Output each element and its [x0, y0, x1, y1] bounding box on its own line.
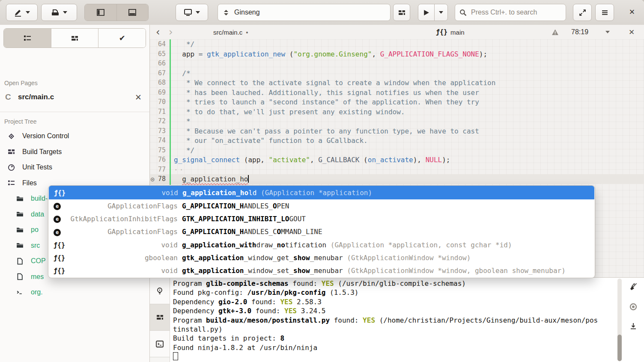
tab-build[interactable]	[51, 29, 98, 47]
tab-build-output[interactable]	[150, 304, 170, 331]
line-number[interactable]: 65	[150, 50, 168, 60]
scrollbar[interactable]	[617, 279, 622, 361]
tree-item-org-[interactable]: org.	[0, 285, 149, 300]
tab-project-tree[interactable]	[4, 29, 51, 47]
line-number[interactable]: 70	[150, 98, 168, 108]
tree-item-build-targets[interactable]: Build Targets	[0, 144, 149, 160]
line-number-gutter[interactable]: 6465666768697071727374757677◎78	[150, 40, 168, 185]
line-number[interactable]: 76	[150, 156, 168, 166]
close-page-icon[interactable]: ✕	[135, 92, 142, 102]
panel-left-icon	[96, 8, 105, 17]
code-lines: */ app = gtk_application_new ("org.gnome…	[174, 40, 644, 185]
completion-row[interactable]: ƒ{}gbooleangtk_application_window_get_sh…	[48, 251, 595, 264]
build-log[interactable]: Program glib-compile-schemas found: YES …	[173, 279, 614, 362]
line-number[interactable]: ◎78	[150, 175, 168, 185]
line-number[interactable]: 71	[150, 108, 168, 118]
warning-icon	[552, 29, 559, 36]
tree-item-label: src	[31, 242, 40, 249]
function-icon: ƒ{}	[54, 241, 65, 249]
code-line-73: * Because we can't pass a pointer to any…	[174, 127, 644, 137]
open-page-row[interactable]: C src/main.c ✕	[0, 89, 149, 105]
line-number[interactable]: 66	[150, 59, 168, 69]
code-line-78: g_application_ho	[174, 175, 644, 185]
chevron-down-icon	[63, 11, 67, 14]
function-icon: ƒ{}	[436, 28, 447, 36]
text-cursor	[248, 175, 249, 183]
headerbar: Ginseng ×	[0, 0, 644, 25]
editor-options-button[interactable]	[605, 25, 610, 39]
record-log-button[interactable]	[629, 303, 638, 311]
line-number[interactable]: 74	[150, 136, 168, 146]
tab-terminal[interactable]	[150, 331, 170, 357]
device-button[interactable]	[176, 4, 208, 21]
menu-button[interactable]	[595, 4, 614, 21]
line-number[interactable]: 69	[150, 89, 168, 98]
completion-row[interactable]: eGApplicationFlagsG_APPLICATION_HANDLES_…	[48, 226, 595, 238]
display-icon	[184, 8, 192, 17]
bottom-panel-tabs	[150, 278, 170, 362]
tab-todo[interactable]: ✔	[98, 29, 146, 47]
tree-item-label: Build Targets	[22, 148, 62, 156]
line-number[interactable]: 64	[150, 40, 168, 50]
clear-log-button[interactable]	[629, 283, 638, 291]
fullscreen-button[interactable]	[573, 4, 592, 21]
code-line-75: */	[174, 146, 644, 156]
breakpoint-icon[interactable]: ◎	[151, 175, 154, 182]
run-button[interactable]	[418, 4, 434, 21]
symbol-name: main	[450, 29, 465, 36]
symbol-indicator[interactable]: ƒ{} main	[436, 25, 465, 39]
deploy-button[interactable]	[41, 4, 77, 21]
completion-row[interactable]: eGApplicationFlagsG_APPLICATION_HANDLES_…	[48, 199, 595, 212]
list-icon	[23, 34, 32, 42]
tree-item-label: po	[31, 226, 39, 234]
code-line-72: *	[174, 117, 644, 127]
diagnostics-warning[interactable]	[552, 25, 559, 39]
line-number[interactable]: 73	[150, 127, 168, 137]
tree-item-label: mes	[31, 273, 44, 281]
sidebar-tab-switcher: ✔	[3, 28, 146, 48]
completion-row[interactable]: ƒ{}voidgtk_application_window_set_show_m…	[48, 264, 595, 277]
gnome-builder-window: Ginseng ×	[0, 0, 644, 362]
save-log-button[interactable]	[629, 322, 638, 331]
expand-icon	[579, 9, 586, 16]
completion-name: g_application_hold (GApplication *applic…	[182, 189, 372, 197]
completion-row[interactable]: ƒ{}voidg_application_hold (GApplication …	[49, 186, 594, 199]
code-line-74: * our "on_activate" function to a GCallb…	[174, 136, 644, 146]
close-editor-button[interactable]: ✕	[629, 25, 635, 39]
omnibar[interactable]: Ginseng	[218, 4, 391, 21]
edit-mode-button[interactable]	[6, 4, 38, 21]
line-number[interactable]: 77	[150, 166, 168, 175]
tree-item-label: Unit Tests	[22, 163, 52, 171]
file-icon	[16, 273, 24, 280]
window-close-button[interactable]: ×	[626, 6, 638, 18]
completion-row[interactable]: eGtkApplicationInhibitFlagsGTK_APPLICATI…	[48, 212, 595, 225]
completion-name: gtk_application_window_set_show_menubar …	[182, 267, 566, 275]
log-line: Dependency gtk+-3.0 found: YES 3.24.5	[173, 306, 614, 315]
log-line: Found ninja-1.8.2 at /usr/bin/ninja	[173, 343, 614, 352]
toggle-bottom-panel-button[interactable]	[116, 4, 149, 21]
nav-back-button[interactable]: ‹	[156, 25, 160, 39]
line-number[interactable]: 68	[150, 79, 168, 89]
line-number[interactable]: 72	[150, 117, 168, 127]
tree-item-label: COP	[31, 257, 46, 265]
line-number[interactable]: 67	[150, 69, 168, 79]
log-line: tinstall.py)	[173, 325, 614, 334]
build-button[interactable]	[393, 4, 410, 21]
c-language-icon: C	[5, 92, 15, 102]
scrollbar-thumb[interactable]	[617, 335, 622, 361]
tab-messages[interactable]	[150, 278, 170, 304]
line-number[interactable]: 75	[150, 146, 168, 156]
tree-item-version-control[interactable]: Version Control	[0, 128, 149, 144]
completion-return-type: GtkApplicationInhibitFlags	[66, 215, 178, 223]
tree-item-label: Version Control	[22, 132, 69, 140]
document-title[interactable]: src/main.c •	[213, 25, 248, 39]
nav-forward-button[interactable]: ›	[169, 25, 173, 39]
completion-row[interactable]: ƒ{}voidg_application_withdraw_notificati…	[48, 238, 595, 251]
tree-item-unit-tests[interactable]: Unit Tests	[0, 160, 149, 175]
toggle-left-panel-button[interactable]	[85, 4, 116, 21]
search-input[interactable]	[470, 8, 558, 17]
vcs-change-bar	[170, 39, 171, 185]
terminal-cursor-line	[173, 352, 614, 361]
run-options-button[interactable]	[434, 4, 447, 21]
code-line-68: * We connect to the activate signal to c…	[174, 79, 644, 89]
